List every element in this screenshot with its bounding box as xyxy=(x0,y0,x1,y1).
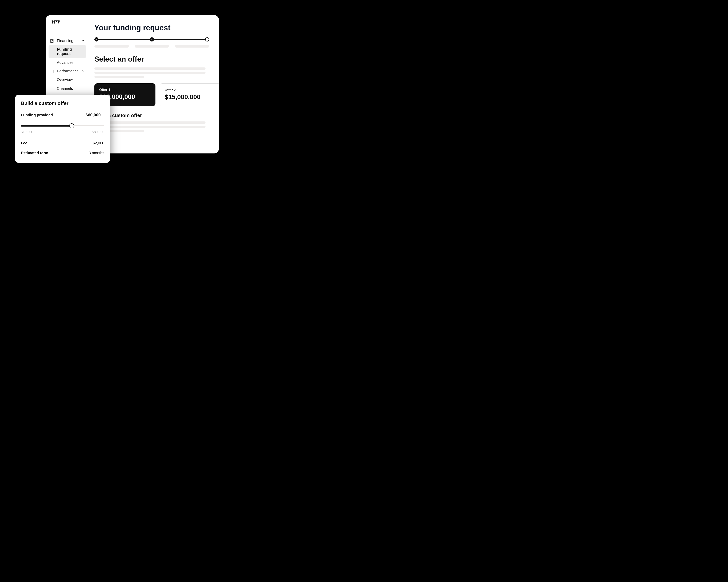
progress-stepper xyxy=(95,37,209,41)
section-title: Select an offer xyxy=(95,55,219,63)
slider-min-label: $10,000 xyxy=(21,130,33,134)
funding-slider[interactable] xyxy=(21,122,104,130)
svg-rect-1 xyxy=(52,39,53,43)
performance-icon xyxy=(50,70,54,73)
nav-item-performance[interactable]: Performance xyxy=(46,67,89,75)
fee-label: Fee xyxy=(21,141,27,145)
term-label: Estimated term xyxy=(21,151,48,155)
funding-provided-label: Funding provided xyxy=(21,113,53,117)
fee-value: $2,000 xyxy=(93,141,104,145)
financing-icon xyxy=(50,39,54,43)
nav-sub-funding-request[interactable]: Funding request xyxy=(49,45,86,58)
skeleton-text xyxy=(95,121,206,132)
offer-amount: $15,000,000 xyxy=(165,93,215,101)
nav-sub-channels[interactable]: Channels xyxy=(46,84,89,93)
custom-offer-card: Build a custom offer Funding provided $6… xyxy=(15,95,110,163)
nav-label: Financing xyxy=(57,39,79,43)
skeleton-text xyxy=(95,67,206,78)
nav-item-financing[interactable]: Financing xyxy=(46,37,89,45)
term-value: 3 months xyxy=(89,151,104,155)
chevron-down-icon xyxy=(81,39,84,43)
nav-sub-overview[interactable]: Overview xyxy=(46,76,89,84)
offer-label: Offer 1 xyxy=(99,88,151,92)
step-1-complete xyxy=(95,37,99,41)
nav-sub-advances[interactable]: Advances xyxy=(46,59,89,67)
chevron-up-icon xyxy=(81,69,84,73)
offer-card-2[interactable]: Offer 2 $15,000,000 xyxy=(160,83,219,106)
offer-label: Offer 2 xyxy=(165,88,215,92)
step-3-current xyxy=(205,37,209,41)
slider-thumb[interactable] xyxy=(69,123,74,128)
logo-icon xyxy=(51,21,59,25)
skeleton-step-labels xyxy=(95,45,209,48)
page-title: Your funding request xyxy=(95,24,219,32)
nav-label: Performance xyxy=(57,69,79,73)
slider-max-label: $80,000 xyxy=(92,130,104,134)
logo xyxy=(51,21,89,25)
funding-value-input[interactable]: $60,000 xyxy=(80,111,104,119)
svg-rect-0 xyxy=(51,39,52,43)
offer-list: Offer 1 $10,000,000 Offer 2 $15,000,000 xyxy=(95,83,219,106)
custom-offer-title: Build a custom offer xyxy=(21,101,104,106)
custom-offer-heading: Build a custom offer xyxy=(95,113,219,118)
step-2-complete xyxy=(150,37,154,41)
